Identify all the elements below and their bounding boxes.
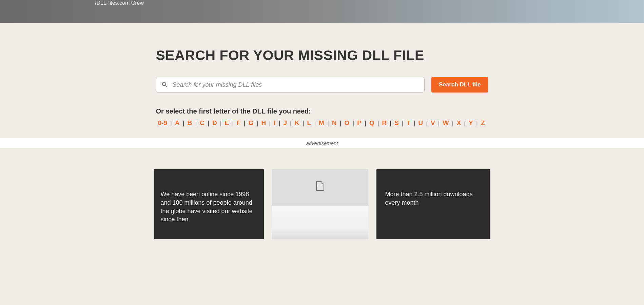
letter-separator: | (364, 119, 367, 127)
letter-separator: | (437, 119, 441, 127)
letter-nav-prompt: Or select the first letter of the DLL fi… (156, 107, 488, 115)
letter-separator: | (301, 119, 305, 127)
letter-link-m[interactable]: M (317, 119, 326, 127)
letter-separator: | (243, 119, 247, 127)
letter-separator: | (256, 119, 259, 127)
letter-link-l[interactable]: L (305, 119, 313, 127)
letter-link-x[interactable]: X (455, 119, 463, 127)
search-heading: SEARCH FOR YOUR MISSING DLL FILE (156, 47, 488, 63)
letter-link-t[interactable]: T (405, 119, 413, 127)
letter-link-j[interactable]: J (281, 119, 289, 127)
info-card-2-image: • •⌒ (272, 169, 368, 239)
letter-link-0-9[interactable]: 0-9 (156, 119, 169, 127)
letter-link-y[interactable]: Y (467, 119, 475, 127)
letter-separator: | (475, 119, 479, 127)
search-box[interactable] (156, 77, 425, 93)
info-card-1-text: We have been online since 1998 and 100 m… (161, 190, 257, 224)
broken-image-icon: • •⌒ (316, 181, 324, 191)
search-button[interactable]: Search DLL file (431, 77, 488, 93)
hero-sublabel: /DLL-files.com Crew (95, 0, 144, 6)
letter-link-k[interactable]: K (293, 119, 301, 127)
search-row: Search DLL file (156, 77, 488, 93)
letter-link-v[interactable]: V (429, 119, 437, 127)
letter-nav-row: 0-9|A|B|C|D|E|F|G|H|I|J|K|L|M|N|O|P|Q|R|… (156, 119, 488, 127)
letter-link-c[interactable]: C (198, 119, 207, 127)
info-card-3-text: More than 2.5 million downloads every mo… (385, 190, 482, 207)
letter-separator: | (413, 119, 416, 127)
letter-link-b[interactable]: B (186, 119, 194, 127)
letter-separator: | (313, 119, 317, 127)
letter-separator: | (194, 119, 198, 127)
letter-separator: | (339, 119, 343, 127)
letter-link-h[interactable]: H (259, 119, 268, 127)
advertisement-band: advertisement (0, 138, 644, 148)
letter-link-f[interactable]: F (235, 119, 243, 127)
letter-link-n[interactable]: N (330, 119, 339, 127)
search-input[interactable] (173, 77, 420, 92)
letter-link-w[interactable]: W (441, 119, 451, 127)
letter-separator: | (451, 119, 455, 127)
letter-separator: | (289, 119, 293, 127)
letter-separator: | (268, 119, 272, 127)
advertisement-label: advertisement (0, 140, 644, 146)
info-card-3: More than 2.5 million downloads every mo… (376, 169, 490, 239)
letter-separator: | (389, 119, 392, 127)
info-card-1: We have been online since 1998 and 100 m… (154, 169, 264, 239)
cards-section: We have been online since 1998 and 100 m… (0, 169, 644, 239)
letter-separator: | (425, 119, 429, 127)
letter-link-s[interactable]: S (392, 119, 401, 127)
letter-link-i[interactable]: I (272, 119, 277, 127)
letter-separator: | (326, 119, 330, 127)
letter-link-z[interactable]: Z (479, 119, 487, 127)
letter-separator: | (219, 119, 223, 127)
letter-separator: | (351, 119, 355, 127)
letter-link-q[interactable]: Q (367, 119, 376, 127)
letter-link-d[interactable]: D (210, 119, 219, 127)
letter-separator: | (231, 119, 235, 127)
letter-separator: | (169, 119, 173, 127)
letter-link-g[interactable]: G (247, 119, 256, 127)
letter-separator: | (277, 119, 281, 127)
search-icon (161, 81, 169, 88)
letter-nav-section: Or select the first letter of the DLL fi… (156, 107, 488, 127)
letter-link-u[interactable]: U (416, 119, 425, 127)
letter-link-e[interactable]: E (223, 119, 231, 127)
letter-link-o[interactable]: O (343, 119, 352, 127)
letter-separator: | (463, 119, 467, 127)
hero-banner: /DLL-files.com Crew (0, 0, 644, 23)
letter-separator: | (401, 119, 405, 127)
letter-link-p[interactable]: P (355, 119, 364, 127)
letter-separator: | (376, 119, 380, 127)
letter-link-a[interactable]: A (173, 119, 182, 127)
letter-link-r[interactable]: R (380, 119, 389, 127)
letter-separator: | (207, 119, 210, 127)
search-section: SEARCH FOR YOUR MISSING DLL FILE Search … (156, 23, 488, 127)
letter-separator: | (182, 119, 186, 127)
